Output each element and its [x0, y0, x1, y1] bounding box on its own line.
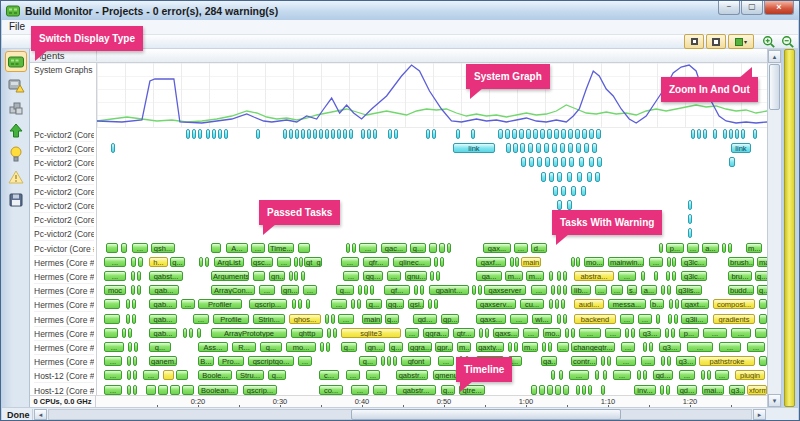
task-bar-remote[interactable] [584, 143, 589, 153]
task-bar-passed[interactable]: mainwin... [608, 257, 644, 267]
task-bar-passed[interactable]: q3lc... [681, 257, 707, 267]
task-bar-remote[interactable] [536, 143, 541, 153]
task-bar-remote[interactable] [540, 129, 545, 139]
task-bar-passed[interactable]: ... [359, 243, 377, 253]
task-bar-passed[interactable] [414, 285, 418, 295]
task-bar-passed[interactable] [122, 328, 126, 338]
task-bar-warning[interactable]: ghos... [289, 314, 321, 324]
task-bar-warning[interactable]: backend [574, 314, 616, 324]
task-bar-remote[interactable] [713, 129, 717, 139]
vertical-scrollbar-thumb[interactable] [769, 64, 780, 110]
task-bar-remote[interactable] [703, 129, 707, 139]
sidebar-item-warnings[interactable] [5, 166, 27, 187]
task-bar-remote[interactable] [512, 129, 517, 139]
task-bar-remote[interactable] [295, 129, 299, 139]
task-bar-passed[interactable]: main [757, 257, 767, 267]
task-bar-passed[interactable] [381, 356, 385, 366]
task-bar-passed[interactable] [479, 328, 483, 338]
task-bar-passed[interactable]: a... [702, 243, 719, 253]
task-bar-passed[interactable]: ... [298, 356, 312, 366]
task-bar-remote[interactable] [224, 129, 228, 139]
task-bar-passed[interactable]: qhttp [291, 328, 323, 338]
task-bar-passed[interactable] [333, 328, 337, 338]
task-bar-passed[interactable]: ... [373, 385, 387, 395]
task-bar-passed[interactable] [707, 370, 711, 380]
task-bar-passed[interactable] [126, 299, 130, 309]
task-bar-remote[interactable] [192, 129, 196, 139]
task-bar-passed[interactable] [601, 356, 605, 366]
task-bar-remote[interactable] [529, 157, 534, 167]
task-bar-passed[interactable]: qd... [677, 385, 697, 395]
task-bar-passed[interactable]: q... [389, 342, 403, 352]
task-bar-passed[interactable]: ... [703, 328, 727, 338]
task-bar-remote[interactable] [575, 129, 580, 139]
task-bar-remote[interactable] [596, 129, 601, 139]
task-bar-passed[interactable]: qmenu [433, 370, 457, 380]
task-bar-passed[interactable]: mo... [543, 328, 561, 338]
minimize-button[interactable]: − [718, 1, 740, 15]
task-bar-passed[interactable] [551, 285, 555, 295]
task-bar-passed[interactable]: qaxs... [476, 314, 506, 324]
task-bar-passed[interactable] [434, 299, 438, 309]
task-bar-passed[interactable] [137, 271, 141, 281]
task-bar-remote[interactable] [367, 129, 371, 139]
task-bar-passed[interactable]: qfont [401, 356, 431, 366]
task-bar-passed[interactable]: q... [359, 356, 377, 366]
task-bar-passed[interactable]: q3... [676, 356, 696, 366]
task-bar-remote[interactable] [349, 129, 353, 139]
task-bar-remote[interactable] [337, 129, 341, 139]
task-bar-warning[interactable]: gradients [713, 314, 755, 324]
task-bar-passed[interactable] [104, 328, 118, 338]
scroll-up-arrow-icon[interactable]: ▴ [768, 50, 781, 63]
task-bar-passed[interactable] [675, 299, 679, 309]
task-bar-link[interactable]: link [453, 143, 495, 153]
task-bar-passed[interactable]: qsh... [151, 243, 175, 253]
task-bar-passed[interactable]: m... [526, 271, 544, 281]
scroll-right-arrow-icon[interactable]: ▸ [753, 409, 766, 420]
task-bar-remote[interactable] [325, 129, 329, 139]
task-bar-passed[interactable] [420, 285, 424, 295]
task-bar-passed[interactable]: lib... [571, 285, 591, 295]
sidebar-item-tips[interactable] [5, 143, 27, 164]
task-bar-passed[interactable] [133, 370, 137, 380]
task-bar-passed[interactable]: ... [277, 257, 291, 267]
task-bar-passed[interactable] [128, 342, 132, 352]
task-bar-passed[interactable]: qscrip... [243, 385, 277, 395]
task-bar-passed[interactable]: qlinec... [393, 257, 431, 267]
task-bar-passed[interactable] [292, 299, 296, 309]
zoom-out-button[interactable] [780, 35, 795, 49]
sidebar-item-projects[interactable] [5, 97, 27, 118]
task-bar-warning[interactable]: plugin [735, 370, 765, 380]
task-bar-remote[interactable] [519, 129, 524, 139]
task-bar-passed[interactable] [728, 243, 732, 253]
task-bar-passed[interactable]: m... [457, 342, 471, 352]
horizontal-scrollbar-thumb[interactable] [351, 409, 621, 420]
task-bar-passed[interactable] [387, 356, 391, 366]
task-bar-passed[interactable] [667, 257, 671, 267]
task-bar-remote[interactable] [319, 129, 323, 139]
task-bar-passed[interactable]: q3lc... [681, 271, 707, 281]
task-bar-passed[interactable] [555, 385, 561, 395]
task-bar-remote[interactable] [589, 157, 594, 167]
task-bar-remote[interactable] [456, 129, 460, 139]
task-bar-passed[interactable] [104, 299, 120, 309]
task-bar-passed[interactable] [637, 370, 641, 380]
task-bar-passed[interactable]: ... [569, 370, 589, 380]
task-bar-passed[interactable]: ... [618, 271, 636, 281]
task-bar-passed[interactable] [759, 314, 767, 324]
task-bar-passed[interactable]: q... [410, 243, 426, 253]
task-bar-passed[interactable]: ... [687, 243, 699, 253]
task-bar-passed[interactable]: qaxty... [476, 342, 504, 352]
task-bar-passed[interactable]: mo... [286, 342, 316, 352]
task-bar-passed[interactable] [667, 356, 671, 366]
task-bar-passed[interactable]: brush... [728, 257, 754, 267]
task-bar-passed[interactable]: qaxserver [484, 285, 526, 295]
task-bar-passed[interactable] [674, 314, 678, 324]
task-bar-remote[interactable] [526, 129, 531, 139]
task-bar-remote[interactable] [697, 129, 701, 139]
task-bar-passed[interactable] [603, 370, 607, 380]
task-bar-remote[interactable] [729, 129, 733, 139]
task-bar-passed[interactable] [106, 243, 118, 253]
menu-file[interactable]: File [2, 21, 32, 34]
task-bar-passed[interactable]: ... [338, 314, 354, 324]
